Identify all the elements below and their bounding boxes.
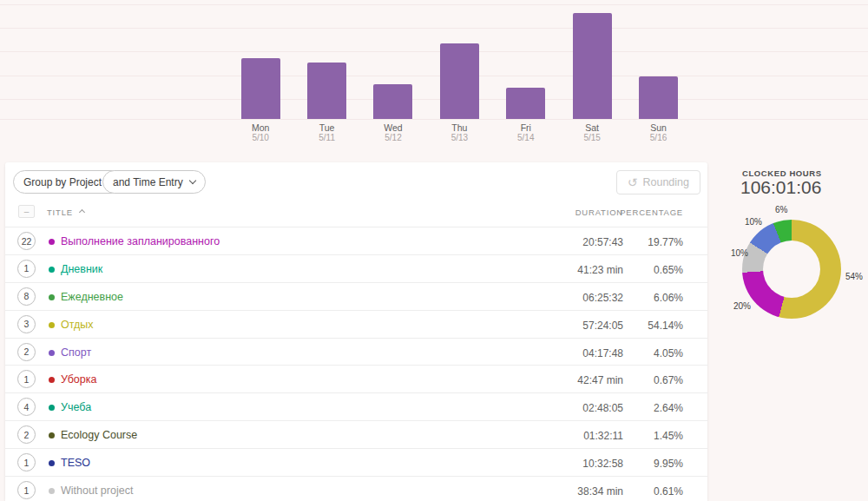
project-color-dot: [49, 377, 55, 383]
duration-value: 41:23 min: [577, 264, 623, 276]
percentage-value: 2.64%: [654, 402, 683, 414]
project-title[interactable]: TESO: [61, 457, 90, 469]
project-color-dot: [49, 294, 55, 300]
axis-tick-mon: Mon 5/10: [252, 119, 269, 144]
report-toolbar: Group by Project and Time Entry ↺ Roundi…: [5, 162, 707, 204]
duration-value: 04:17:48: [582, 347, 623, 359]
project-title[interactable]: Ежедневное: [61, 291, 123, 303]
subgroup-dropdown-label: and Time Entry: [113, 176, 183, 188]
project-color-dot: [49, 239, 55, 245]
entry-count-badge: 1: [17, 260, 36, 278]
date-label: 5/14: [517, 133, 534, 143]
duration-column-header: DURATION: [575, 208, 623, 217]
duration-value: 10:32:58: [582, 458, 623, 470]
table-row[interactable]: 8 Ежедневное 06:25:32 6.06%: [5, 282, 707, 310]
day-label: Wed: [384, 122, 402, 133]
entry-count-badge: 3: [17, 315, 36, 333]
project-share-donut-chart[interactable]: [742, 220, 841, 319]
donut-slice-label: 54%: [845, 272, 863, 281]
entry-count-badge: 22: [17, 232, 36, 250]
bar-mon[interactable]: [241, 58, 280, 119]
bar-column-tue: Tue 5/11: [293, 0, 359, 144]
date-label: 5/10: [252, 133, 268, 143]
project-color-dot: [49, 405, 55, 411]
project-title[interactable]: Without project: [61, 485, 133, 497]
donut-slice-label: 10%: [745, 217, 762, 227]
project-color-dot: [49, 460, 55, 466]
table-row[interactable]: 22 Выполнение запланированного 20:57:43 …: [5, 227, 707, 254]
percentage-value: 0.61%: [654, 485, 683, 498]
percentage-column-header: PERCENTAGE: [620, 208, 683, 217]
percentage-value: 6.06%: [654, 292, 683, 304]
daily-bar-chart: Mon 5/10 Tue 5/11 Wed 5/12 Thu 5/13: [0, 0, 868, 148]
chevron-down-icon: [188, 177, 195, 184]
project-color-dot: [49, 432, 55, 438]
project-title[interactable]: Дневник: [61, 263, 102, 275]
entry-count-badge: 1: [17, 453, 36, 471]
day-label: Mon: [252, 122, 269, 133]
table-row[interactable]: 1 Уборка 42:47 min 0.67%: [5, 365, 707, 392]
project-title[interactable]: Спорт: [61, 346, 91, 359]
table-row[interactable]: 1 Without project 38:34 min 0.61%: [5, 476, 707, 501]
bar-tue[interactable]: [307, 63, 346, 119]
bar-sun[interactable]: [639, 76, 678, 119]
bar-column-wed: Wed 5/12: [360, 0, 426, 144]
table-row[interactable]: 2 Спорт 04:17:48 4.05%: [5, 338, 707, 366]
table-row[interactable]: 1 Дневник 41:23 min 0.65%: [5, 254, 707, 282]
day-label: Tue: [319, 122, 335, 133]
table-row[interactable]: 2 Ecology Course 01:32:11 1.45%: [5, 420, 707, 448]
percentage-value: 4.05%: [654, 347, 683, 359]
project-title[interactable]: Отдых: [61, 319, 94, 331]
percentage-value: 9.95%: [654, 458, 683, 470]
donut-slice-label: 20%: [733, 301, 751, 311]
axis-tick-tue: Tue 5/11: [319, 119, 335, 144]
clocked-hours-panel: CLOCKED HOURS 106:01:06 54% 20% 10% 10% …: [707, 162, 868, 501]
axis-tick-wed: Wed 5/12: [384, 119, 402, 144]
rounding-rotate-icon: ↺: [628, 176, 638, 188]
subgroup-dropdown[interactable]: and Time Entry: [102, 170, 206, 194]
percentage-value: 0.67%: [654, 374, 683, 386]
day-label: Fri: [521, 122, 531, 133]
entry-count-badge: 1: [17, 370, 36, 388]
bar-sat[interactable]: [573, 13, 612, 119]
project-color-dot: [49, 488, 55, 494]
axis-tick-thu: Thu 5/13: [451, 119, 468, 144]
bar-thu[interactable]: [440, 43, 479, 119]
date-label: 5/11: [319, 133, 335, 143]
project-title[interactable]: Уборка: [61, 373, 96, 386]
table-row[interactable]: 1 TESO 10:32:58 9.95%: [5, 448, 707, 476]
rounding-button-label: Rounding: [642, 176, 689, 188]
date-label: 5/16: [650, 133, 667, 143]
duration-value: 06:25:32: [582, 292, 623, 304]
table-row[interactable]: 4 Учеба 02:48:05 2.64%: [5, 392, 707, 420]
bar-column-fri: Fri 5/14: [493, 0, 559, 144]
bar-fri[interactable]: [506, 88, 545, 119]
bar-column-mon: Mon 5/10: [227, 0, 293, 144]
rounding-button[interactable]: ↺ Rounding: [616, 170, 700, 194]
title-column-header[interactable]: TITLE: [47, 208, 73, 217]
project-title[interactable]: Ecology Course: [61, 429, 137, 441]
percentage-value: 19.77%: [648, 236, 683, 248]
project-title[interactable]: Учеба: [61, 401, 91, 413]
table-row[interactable]: 3 Отдых 57:24:05 54.14%: [5, 310, 707, 338]
group-by-dropdown-label: Group by Project: [23, 176, 102, 188]
project-color-dot: [49, 322, 55, 328]
duration-value: 02:48:05: [582, 402, 623, 414]
donut-slice-label: 6%: [775, 205, 787, 214]
axis-tick-sat: Sat 5/15: [583, 119, 600, 144]
project-title[interactable]: Выполнение запланированного: [61, 235, 220, 247]
axis-tick-sun: Sun 5/16: [650, 119, 667, 144]
report-table-card: Group by Project and Time Entry ↺ Roundi…: [5, 162, 707, 501]
collapse-all-toggle[interactable]: –: [18, 205, 35, 218]
duration-value: 38:34 min: [577, 485, 623, 498]
percentage-value: 54.14%: [648, 320, 683, 332]
bar-wed[interactable]: [373, 84, 412, 119]
day-label: Thu: [451, 122, 467, 133]
bar-column-sat: Sat 5/15: [559, 0, 625, 144]
day-label: Sun: [650, 122, 667, 133]
entry-count-badge: 4: [17, 398, 36, 416]
sort-asc-icon[interactable]: [79, 209, 85, 215]
axis-tick-fri: Fri 5/14: [517, 119, 534, 144]
project-color-dot: [49, 350, 55, 356]
percentage-value: 0.65%: [654, 264, 683, 276]
